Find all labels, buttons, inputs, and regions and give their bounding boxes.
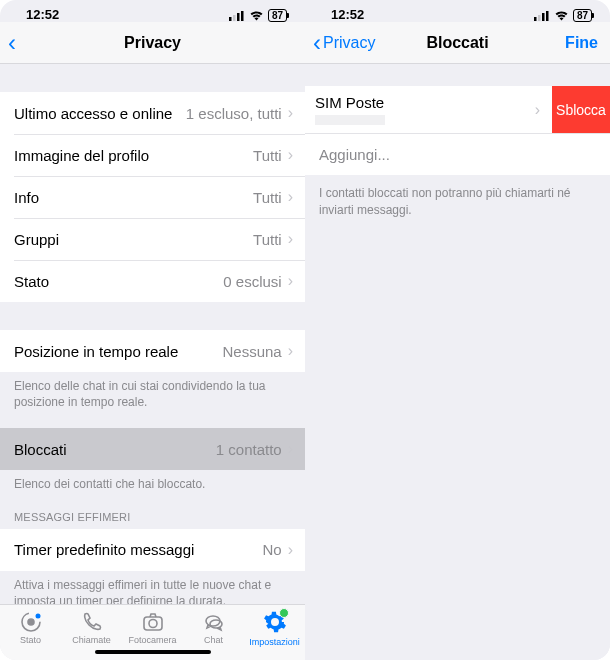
wifi-icon <box>249 10 264 21</box>
note-live-location: Elenco delle chat in cui stai condividen… <box>0 372 305 410</box>
svg-rect-3 <box>241 11 244 21</box>
svg-point-5 <box>28 619 34 625</box>
chevron-right-icon: › <box>288 541 293 559</box>
tab-status[interactable]: Stato <box>2 610 60 645</box>
svg-rect-0 <box>229 17 232 21</box>
cellular-icon <box>534 10 550 21</box>
battery-icon: 87 <box>268 9 287 22</box>
chevron-right-icon: › <box>288 188 293 206</box>
contact-name: SIM Poste <box>315 94 540 111</box>
chevron-right-icon: › <box>288 272 293 290</box>
svg-rect-9 <box>534 17 537 21</box>
section-header-ephemeral: MESSAGGI EFFIMERI <box>0 493 305 529</box>
status-bar: 12:52 87 <box>0 0 305 22</box>
blocked-contact-row[interactable]: SIM Poste › Sblocca <box>305 86 610 133</box>
svg-rect-11 <box>542 13 545 21</box>
status-indicators: 87 <box>534 9 592 22</box>
svg-rect-2 <box>237 13 240 21</box>
status-indicators: 87 <box>229 9 287 22</box>
chevron-left-icon: ‹ <box>313 31 321 55</box>
unblock-button[interactable]: Sblocca <box>552 86 610 133</box>
status-bar: 12:52 87 <box>305 0 610 22</box>
svg-point-8 <box>149 620 157 628</box>
chevron-right-icon: › <box>288 230 293 248</box>
back-button[interactable]: ‹ <box>8 31 16 55</box>
chevron-right-icon: › <box>535 101 540 119</box>
svg-rect-12 <box>546 11 549 21</box>
battery-icon: 87 <box>573 9 592 22</box>
add-contact-row[interactable]: Aggiungi... <box>305 133 610 175</box>
chevron-right-icon: › <box>288 146 293 164</box>
note-blocked: Elenco dei contatti che hai bloccato. <box>0 470 305 492</box>
blocked-list[interactable]: SIM Poste › Sblocca Aggiungi... I contat… <box>305 64 610 660</box>
chevron-right-icon: › <box>288 342 293 360</box>
row-info[interactable]: Info Tutti› <box>0 176 305 218</box>
svg-point-6 <box>35 614 40 619</box>
svg-rect-1 <box>233 15 236 21</box>
row-live-location[interactable]: Posizione in tempo reale Nessuna› <box>0 330 305 372</box>
status-time: 12:52 <box>331 7 364 22</box>
camera-icon <box>141 610 165 634</box>
back-button[interactable]: ‹Privacy <box>313 31 375 55</box>
contact-sub-redacted <box>315 115 385 125</box>
tab-camera[interactable]: Fotocamera <box>124 610 182 645</box>
privacy-list[interactable]: Ultimo accesso e online 1 escluso, tutti… <box>0 64 305 604</box>
status-icon <box>19 610 43 634</box>
screen-blocked: 12:52 87 ‹Privacy Bloccati Fine SIM Post… <box>305 0 610 660</box>
nav-title: Bloccati <box>426 34 488 52</box>
screen-privacy: 12:52 87 ‹ Privacy Ultimo accesso e onli… <box>0 0 305 660</box>
gear-icon <box>263 610 287 634</box>
row-blocked[interactable]: Bloccati 1 contatto› <box>0 428 305 470</box>
chevron-right-icon: › <box>288 440 293 458</box>
tab-settings[interactable]: Impostazioni <box>246 610 304 647</box>
row-last-seen[interactable]: Ultimo accesso e online 1 escluso, tutti… <box>0 92 305 134</box>
nav-header-privacy: ‹ Privacy <box>0 22 305 64</box>
tab-calls[interactable]: Chiamate <box>63 610 121 645</box>
nav-title: Privacy <box>124 34 181 52</box>
status-time: 12:52 <box>26 7 59 22</box>
row-profile-image[interactable]: Immagine del profilo Tutti› <box>0 134 305 176</box>
chat-icon <box>202 610 226 634</box>
home-indicator[interactable] <box>95 650 211 654</box>
done-button[interactable]: Fine <box>565 34 598 52</box>
nav-header-blocked: ‹Privacy Bloccati Fine <box>305 22 610 64</box>
row-groups[interactable]: Gruppi Tutti› <box>0 218 305 260</box>
row-status[interactable]: Stato 0 esclusi› <box>0 260 305 302</box>
tab-chat[interactable]: Chat <box>185 610 243 645</box>
wifi-icon <box>554 10 569 21</box>
phone-icon <box>80 610 104 634</box>
note-timer: Attiva i messaggi effimeri in tutte le n… <box>0 571 305 604</box>
blocked-note: I contatti bloccati non potranno più chi… <box>305 175 610 229</box>
row-default-timer[interactable]: Timer predefinito messaggi No› <box>0 529 305 571</box>
chevron-right-icon: › <box>288 104 293 122</box>
cellular-icon <box>229 10 245 21</box>
svg-rect-10 <box>538 15 541 21</box>
chevron-left-icon: ‹ <box>8 31 16 55</box>
